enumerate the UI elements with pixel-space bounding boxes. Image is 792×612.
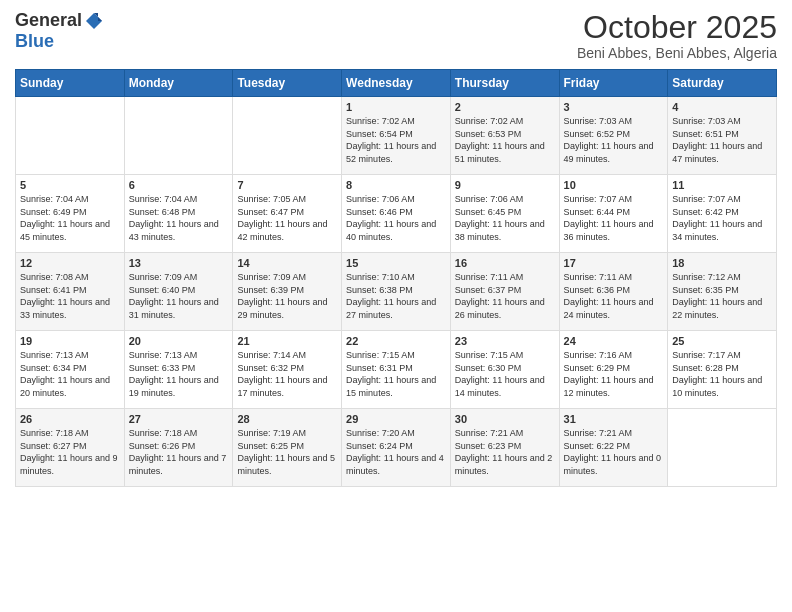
day-info: Sunrise: 7:02 AM Sunset: 6:53 PM Dayligh… bbox=[455, 115, 555, 165]
day-number: 13 bbox=[129, 257, 229, 269]
weekday-header: Saturday bbox=[668, 70, 777, 97]
calendar-cell: 10Sunrise: 7:07 AM Sunset: 6:44 PM Dayli… bbox=[559, 175, 668, 253]
page: General Blue October 2025 Beni Abbes, Be… bbox=[0, 0, 792, 612]
day-number: 28 bbox=[237, 413, 337, 425]
calendar-cell: 18Sunrise: 7:12 AM Sunset: 6:35 PM Dayli… bbox=[668, 253, 777, 331]
day-info: Sunrise: 7:18 AM Sunset: 6:26 PM Dayligh… bbox=[129, 427, 229, 477]
day-info: Sunrise: 7:11 AM Sunset: 6:36 PM Dayligh… bbox=[564, 271, 664, 321]
day-number: 20 bbox=[129, 335, 229, 347]
day-info: Sunrise: 7:09 AM Sunset: 6:39 PM Dayligh… bbox=[237, 271, 337, 321]
weekday-header: Friday bbox=[559, 70, 668, 97]
day-info: Sunrise: 7:08 AM Sunset: 6:41 PM Dayligh… bbox=[20, 271, 120, 321]
day-info: Sunrise: 7:15 AM Sunset: 6:30 PM Dayligh… bbox=[455, 349, 555, 399]
calendar-cell: 17Sunrise: 7:11 AM Sunset: 6:36 PM Dayli… bbox=[559, 253, 668, 331]
calendar-cell: 5Sunrise: 7:04 AM Sunset: 6:49 PM Daylig… bbox=[16, 175, 125, 253]
day-number: 29 bbox=[346, 413, 446, 425]
day-number: 22 bbox=[346, 335, 446, 347]
calendar-cell: 4Sunrise: 7:03 AM Sunset: 6:51 PM Daylig… bbox=[668, 97, 777, 175]
day-number: 24 bbox=[564, 335, 664, 347]
calendar-cell: 27Sunrise: 7:18 AM Sunset: 6:26 PM Dayli… bbox=[124, 409, 233, 487]
day-number: 25 bbox=[672, 335, 772, 347]
day-info: Sunrise: 7:18 AM Sunset: 6:27 PM Dayligh… bbox=[20, 427, 120, 477]
calendar-cell: 24Sunrise: 7:16 AM Sunset: 6:29 PM Dayli… bbox=[559, 331, 668, 409]
calendar-week-row: 12Sunrise: 7:08 AM Sunset: 6:41 PM Dayli… bbox=[16, 253, 777, 331]
calendar-cell: 1Sunrise: 7:02 AM Sunset: 6:54 PM Daylig… bbox=[342, 97, 451, 175]
day-info: Sunrise: 7:11 AM Sunset: 6:37 PM Dayligh… bbox=[455, 271, 555, 321]
logo: General Blue bbox=[15, 10, 104, 52]
day-info: Sunrise: 7:02 AM Sunset: 6:54 PM Dayligh… bbox=[346, 115, 446, 165]
day-number: 19 bbox=[20, 335, 120, 347]
day-number: 26 bbox=[20, 413, 120, 425]
day-info: Sunrise: 7:05 AM Sunset: 6:47 PM Dayligh… bbox=[237, 193, 337, 243]
day-number: 16 bbox=[455, 257, 555, 269]
calendar-cell bbox=[233, 97, 342, 175]
calendar-cell: 29Sunrise: 7:20 AM Sunset: 6:24 PM Dayli… bbox=[342, 409, 451, 487]
calendar-body: 1Sunrise: 7:02 AM Sunset: 6:54 PM Daylig… bbox=[16, 97, 777, 487]
day-number: 18 bbox=[672, 257, 772, 269]
logo-icon bbox=[84, 11, 104, 31]
calendar-cell: 11Sunrise: 7:07 AM Sunset: 6:42 PM Dayli… bbox=[668, 175, 777, 253]
calendar-header: SundayMondayTuesdayWednesdayThursdayFrid… bbox=[16, 70, 777, 97]
day-info: Sunrise: 7:13 AM Sunset: 6:34 PM Dayligh… bbox=[20, 349, 120, 399]
day-number: 4 bbox=[672, 101, 772, 113]
day-info: Sunrise: 7:17 AM Sunset: 6:28 PM Dayligh… bbox=[672, 349, 772, 399]
day-number: 2 bbox=[455, 101, 555, 113]
day-number: 17 bbox=[564, 257, 664, 269]
calendar-week-row: 5Sunrise: 7:04 AM Sunset: 6:49 PM Daylig… bbox=[16, 175, 777, 253]
calendar-cell: 9Sunrise: 7:06 AM Sunset: 6:45 PM Daylig… bbox=[450, 175, 559, 253]
day-number: 23 bbox=[455, 335, 555, 347]
day-number: 8 bbox=[346, 179, 446, 191]
calendar-cell: 21Sunrise: 7:14 AM Sunset: 6:32 PM Dayli… bbox=[233, 331, 342, 409]
day-info: Sunrise: 7:12 AM Sunset: 6:35 PM Dayligh… bbox=[672, 271, 772, 321]
day-info: Sunrise: 7:04 AM Sunset: 6:48 PM Dayligh… bbox=[129, 193, 229, 243]
calendar-week-row: 19Sunrise: 7:13 AM Sunset: 6:34 PM Dayli… bbox=[16, 331, 777, 409]
day-number: 3 bbox=[564, 101, 664, 113]
calendar-cell: 15Sunrise: 7:10 AM Sunset: 6:38 PM Dayli… bbox=[342, 253, 451, 331]
weekday-header: Thursday bbox=[450, 70, 559, 97]
day-number: 31 bbox=[564, 413, 664, 425]
calendar-cell: 23Sunrise: 7:15 AM Sunset: 6:30 PM Dayli… bbox=[450, 331, 559, 409]
day-number: 15 bbox=[346, 257, 446, 269]
month-title: October 2025 bbox=[577, 10, 777, 45]
day-info: Sunrise: 7:15 AM Sunset: 6:31 PM Dayligh… bbox=[346, 349, 446, 399]
day-number: 9 bbox=[455, 179, 555, 191]
header: General Blue October 2025 Beni Abbes, Be… bbox=[15, 10, 777, 61]
day-number: 7 bbox=[237, 179, 337, 191]
day-info: Sunrise: 7:16 AM Sunset: 6:29 PM Dayligh… bbox=[564, 349, 664, 399]
day-info: Sunrise: 7:21 AM Sunset: 6:23 PM Dayligh… bbox=[455, 427, 555, 477]
weekday-header: Monday bbox=[124, 70, 233, 97]
weekday-header: Sunday bbox=[16, 70, 125, 97]
day-info: Sunrise: 7:20 AM Sunset: 6:24 PM Dayligh… bbox=[346, 427, 446, 477]
calendar-cell: 6Sunrise: 7:04 AM Sunset: 6:48 PM Daylig… bbox=[124, 175, 233, 253]
calendar-cell: 16Sunrise: 7:11 AM Sunset: 6:37 PM Dayli… bbox=[450, 253, 559, 331]
calendar-cell: 13Sunrise: 7:09 AM Sunset: 6:40 PM Dayli… bbox=[124, 253, 233, 331]
day-number: 6 bbox=[129, 179, 229, 191]
day-number: 11 bbox=[672, 179, 772, 191]
calendar-cell bbox=[668, 409, 777, 487]
day-info: Sunrise: 7:07 AM Sunset: 6:42 PM Dayligh… bbox=[672, 193, 772, 243]
day-info: Sunrise: 7:21 AM Sunset: 6:22 PM Dayligh… bbox=[564, 427, 664, 477]
calendar-cell bbox=[16, 97, 125, 175]
calendar-week-row: 1Sunrise: 7:02 AM Sunset: 6:54 PM Daylig… bbox=[16, 97, 777, 175]
calendar-cell: 25Sunrise: 7:17 AM Sunset: 6:28 PM Dayli… bbox=[668, 331, 777, 409]
day-info: Sunrise: 7:13 AM Sunset: 6:33 PM Dayligh… bbox=[129, 349, 229, 399]
day-number: 1 bbox=[346, 101, 446, 113]
day-info: Sunrise: 7:04 AM Sunset: 6:49 PM Dayligh… bbox=[20, 193, 120, 243]
calendar-cell: 12Sunrise: 7:08 AM Sunset: 6:41 PM Dayli… bbox=[16, 253, 125, 331]
location: Beni Abbes, Beni Abbes, Algeria bbox=[577, 45, 777, 61]
day-info: Sunrise: 7:10 AM Sunset: 6:38 PM Dayligh… bbox=[346, 271, 446, 321]
calendar-cell: 2Sunrise: 7:02 AM Sunset: 6:53 PM Daylig… bbox=[450, 97, 559, 175]
calendar-cell: 31Sunrise: 7:21 AM Sunset: 6:22 PM Dayli… bbox=[559, 409, 668, 487]
calendar-cell: 28Sunrise: 7:19 AM Sunset: 6:25 PM Dayli… bbox=[233, 409, 342, 487]
calendar-cell bbox=[124, 97, 233, 175]
day-info: Sunrise: 7:07 AM Sunset: 6:44 PM Dayligh… bbox=[564, 193, 664, 243]
weekday-row: SundayMondayTuesdayWednesdayThursdayFrid… bbox=[16, 70, 777, 97]
day-info: Sunrise: 7:09 AM Sunset: 6:40 PM Dayligh… bbox=[129, 271, 229, 321]
day-number: 5 bbox=[20, 179, 120, 191]
day-number: 21 bbox=[237, 335, 337, 347]
day-info: Sunrise: 7:03 AM Sunset: 6:51 PM Dayligh… bbox=[672, 115, 772, 165]
calendar-cell: 14Sunrise: 7:09 AM Sunset: 6:39 PM Dayli… bbox=[233, 253, 342, 331]
day-info: Sunrise: 7:19 AM Sunset: 6:25 PM Dayligh… bbox=[237, 427, 337, 477]
calendar-table: SundayMondayTuesdayWednesdayThursdayFrid… bbox=[15, 69, 777, 487]
calendar-cell: 30Sunrise: 7:21 AM Sunset: 6:23 PM Dayli… bbox=[450, 409, 559, 487]
